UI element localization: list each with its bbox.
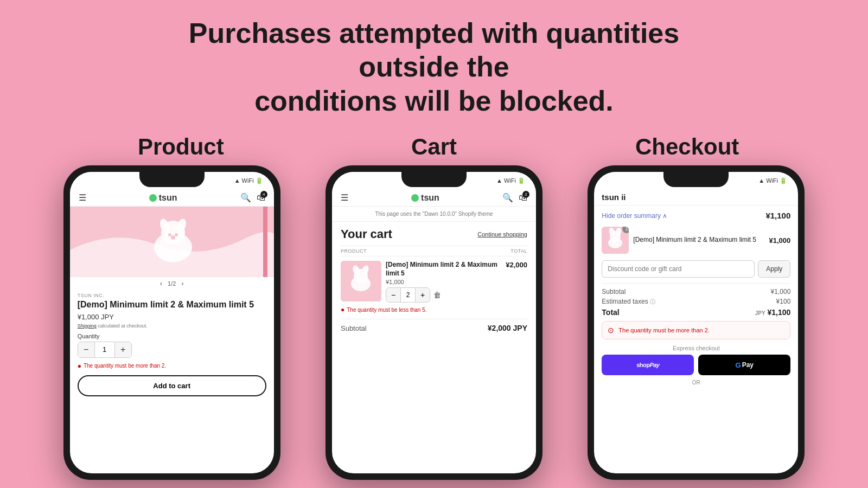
cart-badge-product[interactable]: 🛍 4 <box>257 193 265 203</box>
next-image-btn[interactable]: › <box>181 279 183 287</box>
header-icons-product: 🔍 🛍 4 <box>240 192 265 203</box>
shop-pay-pay-label: Pay <box>649 362 659 368</box>
checkout-item-price: ¥1,000 <box>769 236 791 245</box>
cart-qty-increase-btn[interactable]: + <box>416 288 430 302</box>
qty-decrease-btn[interactable]: − <box>78 342 94 357</box>
total-label: Total <box>602 308 619 317</box>
image-counter: 1/2 <box>168 280 176 287</box>
col-product: PRODUCT <box>341 248 367 254</box>
product-image-svg <box>70 207 274 277</box>
checkout-store-name: tsun ii <box>594 189 798 206</box>
phones-row: ▲ WiFi 🔋 ☰ tsun 🔍 🛍 4 <box>41 165 827 480</box>
total-amount: JPY ¥1,100 <box>755 308 791 317</box>
phone-screen-cart: ▲ WiFi 🔋 ☰ tsun 🔍 🛍 2 This page use <box>332 172 536 473</box>
shipping-info: Shipping calculated at checkout. <box>78 323 266 329</box>
subtotal-price-row: Subtotal ¥1,000 <box>602 288 790 296</box>
store-header-product: ☰ tsun 🔍 🛍 4 <box>70 189 274 207</box>
header-icons-cart: 🔍 🛍 2 <box>502 192 527 203</box>
hide-order-summary-link[interactable]: Hide order summary ∧ <box>602 212 667 220</box>
phone-screen-product: ▲ WiFi 🔋 ☰ tsun 🔍 🛍 4 <box>70 172 274 473</box>
apply-discount-button[interactable]: Apply <box>758 260 790 278</box>
cart-count-badge: 4 <box>260 191 267 198</box>
brand-name: TSUN INC. <box>78 293 266 298</box>
section-label-product: Product <box>67 134 295 160</box>
product-title: [Demo] Minimum limit 2 & Maximum limit 5 <box>78 299 266 311</box>
theme-notice: This page uses the "Dawn 10.0.0" Shopify… <box>332 207 536 222</box>
phone-product: ▲ WiFi 🔋 ☰ tsun 🔍 🛍 4 <box>63 165 280 480</box>
image-nav: ‹ 1/2 › <box>70 277 274 290</box>
subtotal-value: ¥2,000 JPY <box>488 324 527 332</box>
price-breakdown: Subtotal ¥1,000 Estimated taxes ⓘ ¥100 T… <box>602 283 790 317</box>
discount-row: Apply <box>602 260 790 278</box>
or-divider: OR <box>602 380 790 386</box>
order-total-amount: ¥1,100 <box>765 211 790 220</box>
shop-pay-label: shop <box>636 362 649 368</box>
cart-item-unit-price: ¥1,000 <box>386 279 501 285</box>
phone-notch-cart <box>401 172 467 187</box>
col-total: TOTAL <box>510 248 527 254</box>
quantity-error-product: ● The quantity must be more than 2. <box>78 362 266 370</box>
cart-item-image <box>341 261 381 301</box>
checkout-item-name: [Demo] Minimum limit 2 & Maximum limit 5 <box>633 236 764 245</box>
add-to-cart-button[interactable]: Add to cart <box>78 375 266 396</box>
store-header-cart: ☰ tsun 🔍 🛍 2 <box>332 189 536 207</box>
search-icon[interactable]: 🔍 <box>240 192 251 203</box>
product-image-area <box>70 207 274 277</box>
cart-content: Your cart Continue shopping PRODUCT TOTA… <box>332 222 536 338</box>
svg-point-7 <box>171 235 175 240</box>
discount-code-input[interactable] <box>602 260 755 278</box>
phone-screen-checkout: ▲ WiFi 🔋 tsun ii Hide order summary ∧ ¥1… <box>594 172 798 473</box>
product-price: ¥1,000 JPY <box>78 313 266 321</box>
checkout-error-msg: ⊙ The quantity must be more than 2. <box>602 321 790 339</box>
remove-item-btn[interactable]: 🗑 <box>433 291 441 299</box>
order-summary-toggle: Hide order summary ∧ ¥1,100 <box>602 211 790 220</box>
express-checkout-label: Express checkout <box>602 345 790 351</box>
quantity-section: Quantity − 1 + <box>78 333 266 358</box>
store-logo-cart: tsun <box>411 193 439 203</box>
gpay-g-letter: G <box>736 361 741 369</box>
cart-item-name: [Demo] Minimum limit 2 & Maximum limit 5 <box>386 261 501 278</box>
logo-dot-cart <box>411 194 419 202</box>
product-info: TSUN INC. [Demo] Minimum limit 2 & Maxim… <box>70 290 274 400</box>
express-checkout-section: Express checkout shop Pay G Pay <box>602 345 790 375</box>
shipping-link[interactable]: Shipping <box>78 323 97 329</box>
chevron-up-icon: ∧ <box>662 212 667 220</box>
hamburger-icon[interactable]: ☰ <box>79 192 86 203</box>
pink-stripe <box>263 207 267 277</box>
gpay-text: Pay <box>742 361 754 369</box>
taxes-info-icon[interactable]: ⓘ <box>650 299 655 305</box>
cart-title-row: Your cart Continue shopping <box>341 227 527 241</box>
section-label-cart: Cart <box>320 134 548 160</box>
svg-point-6 <box>175 233 178 236</box>
error-dot-icon: ● <box>78 362 81 370</box>
subtotal-value-checkout: ¥1,000 <box>771 288 791 296</box>
search-icon-cart[interactable]: 🔍 <box>502 192 513 203</box>
store-logo-product: tsun <box>149 193 177 203</box>
checkout-item-row: 1 [Demo] Minimum limit 2 & Maximum limit… <box>602 227 790 254</box>
cart-item-details: [Demo] Minimum limit 2 & Maximum limit 5… <box>386 261 501 303</box>
phone-notch-checkout <box>663 172 729 187</box>
hamburger-icon-cart[interactable]: ☰ <box>341 192 348 203</box>
checkout-error-icon: ⊙ <box>608 326 614 335</box>
section-label-checkout: Checkout <box>573 134 801 160</box>
cart-qty-decrease-btn[interactable]: − <box>386 288 400 302</box>
google-pay-button[interactable]: G Pay <box>698 355 790 375</box>
subtotal-label-checkout: Subtotal <box>602 288 626 296</box>
cart-subtotal-row: Subtotal ¥2,000 JPY <box>341 319 527 332</box>
cart-qty-value: 2 <box>400 288 416 302</box>
continue-shopping-link[interactable]: Continue shopping <box>477 231 527 237</box>
cart-qty-row: − 2 + 🗑 <box>386 287 501 303</box>
taxes-label: Estimated taxes ⓘ <box>602 298 655 306</box>
error-dot-cart-icon: ● <box>341 306 344 313</box>
qty-increase-btn[interactable]: + <box>115 342 131 357</box>
cart-item-total-price: ¥2,000 <box>506 261 527 269</box>
cart-badge-cart[interactable]: 🛍 2 <box>519 193 527 203</box>
cart-item-row: [Demo] Minimum limit 2 & Maximum limit 5… <box>341 261 527 303</box>
shop-pay-button[interactable]: shop Pay <box>602 355 694 375</box>
cart-item-svg <box>341 261 381 301</box>
quantity-label: Quantity <box>78 333 266 339</box>
prev-image-btn[interactable]: ‹ <box>160 279 162 287</box>
phone-notch-product <box>139 172 205 187</box>
status-icons: ▲ WiFi 🔋 <box>234 177 263 184</box>
cart-table-header: PRODUCT TOTAL <box>341 246 527 256</box>
